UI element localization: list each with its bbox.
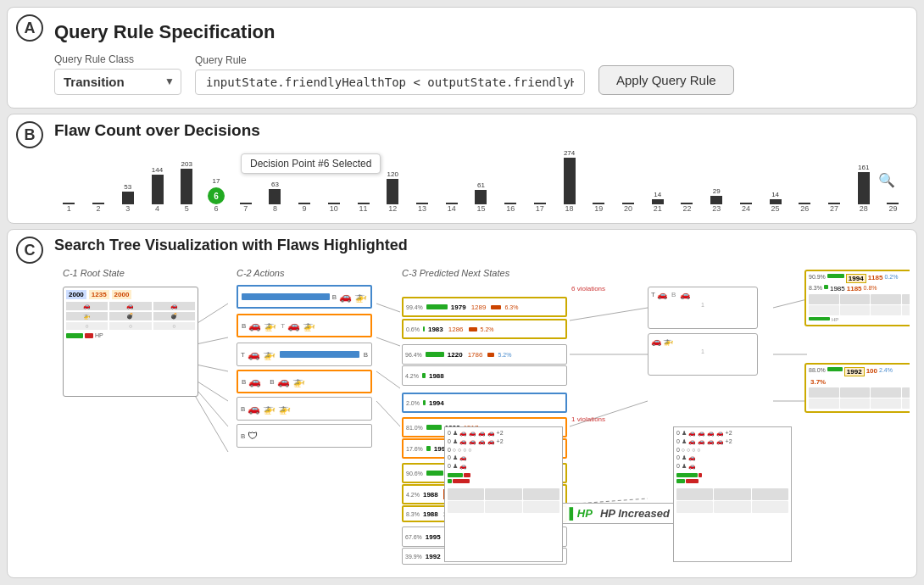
panel-a: A Query Rule Specification Query Rule Cl…: [7, 7, 917, 109]
bar-group[interactable]: 1425: [760, 192, 790, 213]
output-state-viz: 0 ♟ 🚗 🚗 🚗 🚗 +2 0 ♟ 🚗 🚗 🚗 🚗 +2 0 ○ ○ ○ ○ …: [673, 426, 792, 562]
svg-line-8: [376, 371, 400, 388]
right-node-2: 88.0% 1992 100 2.4% 3.7%: [804, 363, 910, 413]
action-row-6: B 🛡: [237, 424, 372, 448]
action-row-4: B 🚗 B 🚗 🚁: [237, 370, 372, 393]
panel-b-label: B: [16, 121, 43, 148]
predicted-row-1: 99.4% 1979 1289 6.3%: [402, 297, 567, 317]
query-rule-class-section: Query Rule Class Transition State Action…: [54, 53, 181, 95]
bar-group[interactable]: 1421: [643, 192, 672, 213]
bar-rect: [858, 172, 870, 204]
bar-rect: [475, 190, 487, 204]
svg-line-7: [376, 337, 400, 346]
bar-group[interactable]: 26: [790, 202, 820, 213]
panel-c-label: C: [16, 237, 43, 264]
query-rule-class-label: Query Rule Class: [54, 53, 181, 65]
c3-section-label: C-3 Predicted Next States: [402, 268, 509, 278]
bar-group[interactable]: 1: [54, 202, 84, 213]
bar-group[interactable]: 17: [526, 202, 555, 213]
bar-group[interactable]: 9: [290, 202, 320, 213]
right-node-1: 90.9% 1994 1185 0.2% 8.3% 1985 1185 0.8%: [804, 270, 910, 326]
selected-bar: 6: [208, 187, 225, 204]
panel-c: C Search Tree Visualization with Flaws H…: [7, 229, 917, 578]
bar-rect: [269, 189, 281, 204]
transition-dropdown[interactable]: Transition State Action: [54, 69, 181, 95]
bar-group[interactable]: 1766: [202, 178, 231, 213]
bar-group[interactable]: 12012: [378, 171, 408, 213]
bar-group[interactable]: 638: [260, 181, 290, 213]
bar-group[interactable]: 6115: [466, 182, 496, 213]
bar-rect: [387, 179, 398, 204]
tree-visualization: C-1 Root State 2000 1235 2000 🚗 🚗 🚗 🚁 💣 …: [54, 261, 910, 566]
panel-b: B Flaw Count over Decisions 125331444203…: [7, 114, 917, 224]
panel-c-title: Search Tree Visualization with Flaws Hig…: [54, 237, 910, 254]
zoom-icon-b[interactable]: 🔍: [878, 172, 895, 188]
hp-bar-indicator: ▌HP: [570, 507, 595, 520]
panel-b-title: Flaw Count over Decisions: [54, 121, 908, 140]
svg-line-13: [773, 299, 807, 308]
predicted-row-2: 0.6% 1983 1286 5.2%: [402, 319, 567, 339]
main-container: A Query Rule Specification Query Rule Cl…: [0, 0, 924, 585]
bar-group[interactable]: 10: [319, 202, 348, 213]
bar-rect: [122, 192, 134, 204]
mid-node-1: T 🚗 B 🚗 1: [648, 287, 758, 329]
bar-group[interactable]: 16: [496, 202, 526, 213]
bar-group[interactable]: 20: [614, 202, 643, 213]
bar-group[interactable]: 13: [408, 202, 437, 213]
bar-group[interactable]: 27: [820, 202, 849, 213]
bar-rect: [152, 175, 164, 204]
query-rule-input[interactable]: [195, 70, 585, 95]
bar-rect: [181, 169, 192, 204]
bar-group[interactable]: 16128: [849, 164, 878, 213]
bar-group[interactable]: 2923: [702, 188, 732, 213]
bar-rect: [564, 158, 576, 204]
bar-rect: [710, 196, 722, 204]
action-row-5: B 🚗 🚁 🚁: [237, 397, 372, 421]
apply-query-rule-button[interactable]: Apply Query Rule: [598, 65, 734, 95]
predicted-row-4: 4.2% 1988: [402, 365, 567, 386]
bar-group[interactable]: 27418: [554, 150, 584, 213]
svg-line-6: [376, 304, 400, 312]
mid-node-2: 🚗 🚁 1: [648, 333, 758, 376]
action-row-2: B 🚗 🚁 T 🚗 🚁: [237, 314, 372, 337]
svg-line-9: [376, 401, 400, 426]
violations-badge-1: 6 violations: [571, 285, 605, 292]
bar-chart: 1253314442035176676389101112012131461151…: [54, 145, 908, 213]
bar-group[interactable]: 19: [584, 202, 614, 213]
hp-increased-label: HP Increased: [600, 507, 670, 520]
panel-a-title: Query Rule Specification: [54, 21, 726, 43]
bar-group[interactable]: 533: [113, 184, 142, 213]
violations-badge-2: 1 violations: [571, 415, 605, 423]
panel-a-label: A: [16, 14, 43, 42]
bar-group[interactable]: 2: [84, 202, 114, 213]
action-row-3: T 🚗 🚁 B: [237, 343, 372, 366]
bar-group[interactable]: 11: [348, 202, 378, 213]
dropdown-container: Transition State Action ▼: [54, 69, 181, 95]
bar-group[interactable]: 22: [672, 202, 702, 213]
bar-group[interactable]: 24: [732, 202, 761, 213]
predicted-row-3: 96.4% 1220 1786 5.2%: [402, 344, 567, 365]
input-state-viz: 0 ♟ 🚗 🚗 🚗 🚗 +2 0 ♟ 🚗 🚗 🚗 🚗 +2 0 ○ ○ ○ ○ …: [444, 426, 563, 562]
bar-group[interactable]: 29: [878, 202, 908, 213]
bar-group[interactable]: 2035: [172, 161, 202, 213]
c2-section-label: C-2 Actions: [237, 268, 284, 278]
c1-root-node: 2000 1235 2000 🚗 🚗 🚗 🚁 💣 💣 ○ ○ ○: [63, 287, 198, 397]
bar-group[interactable]: 1444: [142, 167, 172, 213]
predicted-row-5: 2.0% 1994: [402, 393, 567, 413]
action-row-1: B 🚗 🚁: [237, 285, 372, 309]
bar-group[interactable]: 7: [231, 202, 260, 213]
bar-group[interactable]: 14: [437, 202, 466, 213]
decision-tooltip: Decision Point #6 Selected: [241, 153, 381, 174]
c1-section-label: C-1 Root State: [63, 268, 125, 278]
query-rule-input-section: Query Rule: [195, 54, 585, 95]
query-rule-label: Query Rule: [195, 54, 585, 66]
svg-line-10: [570, 308, 648, 320]
